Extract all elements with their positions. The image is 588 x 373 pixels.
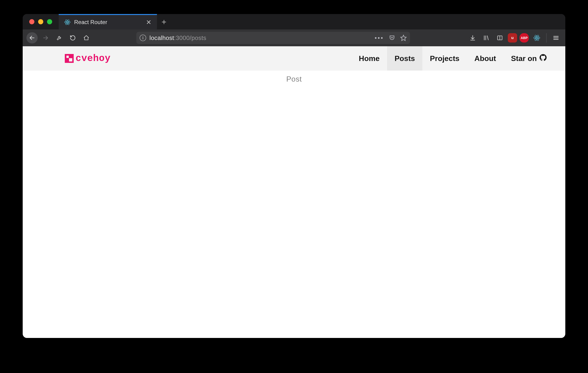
svg-marker-6 bbox=[401, 35, 406, 40]
minimize-window-button[interactable] bbox=[38, 19, 43, 24]
react-devtools-extension-icon[interactable] bbox=[531, 32, 542, 43]
app-menu-button[interactable] bbox=[550, 32, 562, 43]
nav-projects[interactable]: Projects bbox=[422, 46, 467, 71]
titlebar: React Router ✕ ＋ bbox=[23, 14, 565, 30]
page-body-text: Post bbox=[23, 71, 565, 83]
page-actions-icon[interactable]: ••• bbox=[375, 34, 384, 42]
svg-line-11 bbox=[487, 36, 488, 40]
library-button[interactable] bbox=[481, 32, 492, 43]
site-logo[interactable]: cvehoy bbox=[65, 53, 111, 64]
svg-point-14 bbox=[536, 37, 537, 39]
browser-toolbar: i localhost:3000/posts ••• bbox=[23, 30, 565, 46]
nav-star-on-github[interactable]: Star on bbox=[504, 46, 554, 71]
back-button[interactable] bbox=[26, 32, 38, 43]
bookmark-star-icon[interactable] bbox=[400, 35, 407, 41]
home-button[interactable] bbox=[81, 32, 92, 43]
browser-window: React Router ✕ ＋ i bbox=[23, 14, 565, 338]
downloads-button[interactable] bbox=[467, 32, 478, 43]
url-host: localhost bbox=[149, 34, 174, 41]
page-viewport: cvehoy Home Posts Projects About Star on… bbox=[23, 46, 565, 338]
site-info-icon[interactable]: i bbox=[140, 35, 146, 41]
close-window-button[interactable] bbox=[29, 19, 34, 24]
close-tab-button[interactable]: ✕ bbox=[145, 19, 152, 26]
nav-about[interactable]: About bbox=[467, 46, 503, 71]
devtools-button[interactable] bbox=[53, 32, 65, 43]
toolbar-right: u ABP bbox=[467, 32, 562, 43]
browser-tab-active[interactable]: React Router ✕ bbox=[59, 14, 157, 30]
react-icon bbox=[64, 19, 70, 25]
toolbar-separator bbox=[546, 33, 546, 42]
site-nav: Home Posts Projects About Star on bbox=[351, 46, 554, 71]
ublock-extension-icon[interactable]: u bbox=[508, 33, 517, 42]
nav-star-label: Star on bbox=[511, 54, 537, 63]
tab-title: React Router bbox=[74, 19, 141, 25]
nav-posts[interactable]: Posts bbox=[387, 46, 422, 71]
logo-text: cvehoy bbox=[75, 53, 111, 64]
site-header: cvehoy Home Posts Projects About Star on bbox=[23, 46, 565, 71]
address-bar[interactable]: i localhost:3000/posts ••• bbox=[136, 32, 410, 44]
url-text: localhost:3000/posts bbox=[149, 34, 371, 42]
window-controls bbox=[23, 14, 59, 30]
reload-button[interactable] bbox=[67, 32, 78, 43]
logo-mark-icon bbox=[65, 54, 74, 63]
nav-home[interactable]: Home bbox=[351, 46, 387, 71]
url-path: :3000/posts bbox=[174, 34, 206, 41]
adblock-extension-icon[interactable]: ABP bbox=[519, 33, 529, 42]
svg-point-0 bbox=[67, 22, 68, 23]
github-icon bbox=[540, 54, 546, 63]
pocket-icon[interactable] bbox=[389, 35, 395, 41]
new-tab-button[interactable]: ＋ bbox=[157, 14, 171, 30]
forward-button[interactable] bbox=[40, 32, 51, 43]
sidebar-button[interactable] bbox=[494, 32, 505, 43]
maximize-window-button[interactable] bbox=[47, 19, 52, 24]
